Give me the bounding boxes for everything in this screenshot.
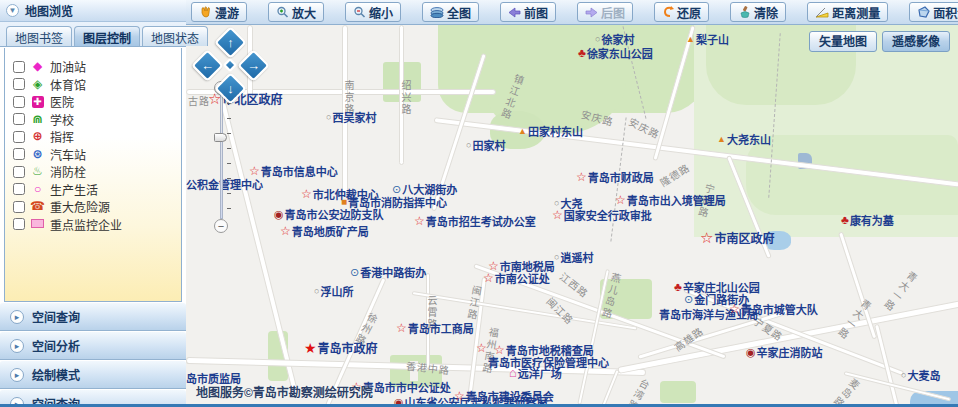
layer-checkbox-学校[interactable] [13,113,25,125]
pan-center-button[interactable] [223,58,237,72]
map-label-text: 青岛市市中公证处 [363,379,451,395]
map-label-大尧东山: ▲大尧东山 [717,131,771,147]
legend-label: 医院 [50,93,74,110]
toolbar-button-zoom-in[interactable]: 放大 [268,2,324,22]
expand-arrow-icon: ▸ [10,368,24,382]
toolbar-button-zoom-out[interactable]: 缩小 [345,2,401,22]
toolbar-button-label: 还原 [677,4,701,21]
zoom-slider-track[interactable] [220,95,223,219]
tab-地图状态[interactable]: 地图状态 [142,26,208,46]
toolbar-button-label: 前图 [524,4,548,21]
map-browse-panel-header[interactable]: ▼ 地图浏览 [0,0,186,22]
base-layer-button-遥感影像[interactable]: 遥感影像 [882,31,950,52]
sidebar: ▼ 地图浏览 地图书签图层控制地图状态 ◆加油站◈体育馆✚医院⋒学校⊕指挥⊛汽车… [0,0,186,404]
toolbar-button-next-view[interactable]: 后图 [577,2,633,22]
layer-checkbox-重点监控企业[interactable] [13,218,25,230]
toolbar-button-clear[interactable]: 清除 [730,2,786,22]
layer-checkbox-汽车站[interactable] [13,148,25,160]
accordion-绘制模式[interactable]: ▸绘制模式 [0,360,186,389]
map-label-text: 市南区政府 [714,229,774,246]
map-label-梨子山: ▲梨子山 [686,31,729,47]
road-label-绍兴路: 绍兴路 [398,80,413,116]
map-label-青岛市公安边防支队: ◉青岛市公安边防支队 [274,206,384,222]
star-marker-icon: ☆ [301,189,312,199]
circle-marker-icon: ○ [314,286,319,296]
legend-row-消防栓: ♨消防栓 [13,163,175,181]
map-canvas[interactable]: ↑ ↓ ← → + − 矢量地图遥感影像 地图服务©青岛市勘察测绘研究院 ○徐家… [186,25,958,404]
layer-checkbox-体育馆[interactable] [13,78,25,90]
layer-checkbox-医院[interactable] [13,96,25,108]
tab-图层控制[interactable]: 图层控制 [74,26,140,46]
map-label-text: 徐家东山公园 [587,45,653,61]
map-toolbar: 漫游放大缩小全图前图后图还原清除距离测量面积测量图例 [186,0,958,25]
accordion-group: ▸空间查询▸空间分析▸绘制模式▸空间查询 [0,302,186,407]
star-marker-icon: ☆ [414,216,425,226]
toolbar-button-restore[interactable]: 还原 [654,2,709,22]
map-label-香港中路街办: ⊙香港中路街办 [350,264,426,280]
accordion-label: 空间查询 [32,308,80,325]
road-label-青大一路: 青大一路 [879,267,920,314]
zoom-out-slider-button[interactable]: − [214,219,228,233]
layer-checkbox-生产生活[interactable] [13,183,25,195]
map-label-text: 八大湖街办 [402,181,457,197]
map-label-text: 大尧东山 [727,131,771,147]
map-label-text: 逍遥村 [560,249,593,265]
layer-checkbox-重大危险源[interactable] [13,201,25,213]
accordion-label: 绘制模式 [32,366,80,383]
zoom-slider-handle[interactable] [214,133,227,142]
collapse-arrow-icon[interactable]: ▼ [6,4,19,17]
map-label-徐家东山公园: ♣徐家东山公园 [578,45,653,61]
zoom-level-tick [227,163,231,164]
legend-row-体育馆: ◈体育馆 [13,76,175,94]
toolbar-button-label: 放大 [292,4,316,21]
layer-checkbox-加油站[interactable] [13,61,25,73]
map-label-text: 远洋广场 [518,365,562,381]
pan-up-button[interactable]: ↑ [214,26,247,59]
map-label-text: 国家安全行政审批 [564,207,652,223]
zoom-level-tick [227,208,231,209]
toolbar-button-prev-view[interactable]: 前图 [500,2,556,22]
road-label-台湾路: 台湾路 [622,376,652,404]
legend-label: 消防栓 [50,163,86,180]
circle-marker-icon: ○ [595,34,600,44]
accordion-空间查询[interactable]: ▸空间查询 [0,302,186,331]
next-view-icon [585,7,598,18]
map-label-text: 青岛市信息中心 [261,163,338,179]
toolbar-button-distance-measure[interactable]: 距离测量 [807,2,888,22]
tab-地图书签[interactable]: 地图书签 [6,26,72,46]
toolbar-button-area-measure[interactable]: 面积测量 [909,2,958,22]
pan-right-button[interactable]: → [237,49,270,82]
toolbar-button-pan-hand[interactable]: 漫游 [191,2,247,22]
layer-checkbox-指挥[interactable] [13,131,25,143]
map-label-text: 西吴家村 [332,109,376,125]
hazard-icon: ☎ [30,200,45,213]
hill-area [746,135,958,215]
prev-view-icon [508,7,521,18]
house-marker-icon: ⌂ [509,368,517,378]
disc-marker-icon: ◉ [274,209,284,219]
legend-label: 指挥 [50,128,74,145]
toolbar-button-label: 面积测量 [933,4,958,21]
zoom-out-icon [353,6,366,19]
star-marker-icon: ☆ [615,195,626,205]
map-label-青岛地质矿产局: ☆青岛地质矿产局 [280,223,369,239]
star-marker-icon: ☆ [483,273,494,283]
toolbar-button-full-extent[interactable]: 全图 [422,2,479,22]
accordion-空间分析[interactable]: ▸空间分析 [0,331,186,360]
legend-label: 生产生活 [50,181,98,198]
legend-row-学校: ⋒学校 [13,111,175,129]
pan-down-button[interactable]: ↓ [214,72,247,105]
club-marker-icon: ♣ [674,282,682,292]
star-marker-icon: ☆ [552,210,563,220]
legend-label: 汽车站 [50,146,86,163]
disc-marker-icon: ◉ [746,347,756,357]
road-label-隆德路: 隆德路 [657,159,693,189]
map-copyright: 地图服务©青岛市勘察测绘研究院 [196,383,373,400]
pan-left-button[interactable]: ← [191,49,224,82]
area-measure-icon [917,6,930,18]
map-label-八大湖街办: ⊙八大湖街办 [392,181,457,197]
layer-checkbox-消防栓[interactable] [13,166,25,178]
toolbar-button-label: 后图 [601,4,625,21]
base-layer-button-矢量地图[interactable]: 矢量地图 [809,31,877,52]
map-label-浮山所: ○浮山所 [314,283,353,299]
